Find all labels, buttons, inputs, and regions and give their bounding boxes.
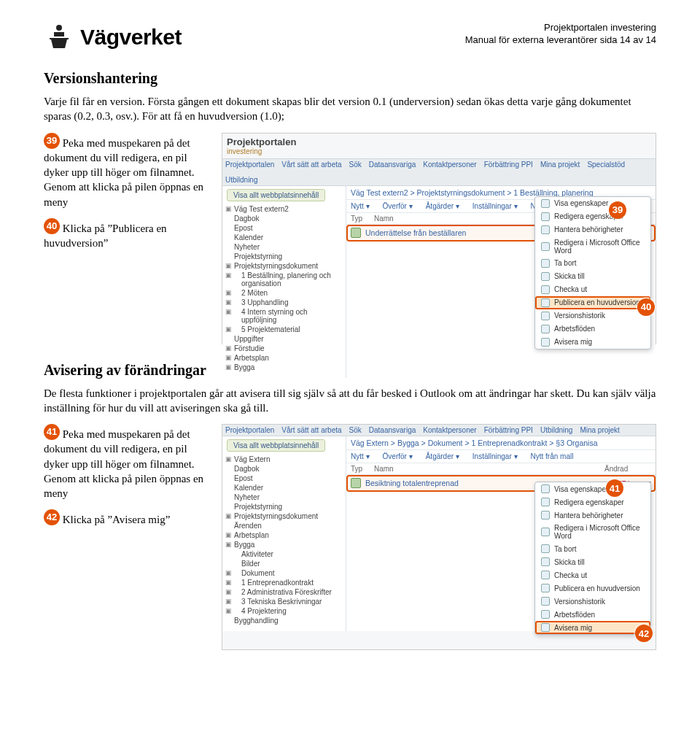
context-menu-item[interactable]: Skicka till: [535, 270, 650, 283]
nav-item[interactable]: Förbättring PPI: [484, 426, 533, 434]
context-menu-item[interactable]: Redigera i Microsoft Office Word: [535, 236, 650, 257]
nav-item[interactable]: Sök: [349, 426, 362, 434]
context-menu-item[interactable]: Hantera behörigheter: [535, 509, 650, 522]
context-item-icon: [541, 557, 550, 566]
context-menu-item[interactable]: Avisera mig: [535, 621, 650, 634]
portal-subtitle: investering: [222, 147, 656, 158]
tree-item[interactable]: Förstudie: [227, 344, 341, 353]
nav-item[interactable]: Vårt sätt att arbeta: [281, 426, 341, 434]
tree-item[interactable]: Projektstyrningsdokument: [227, 261, 341, 271]
context-menu-item[interactable]: Ta bort: [535, 257, 650, 270]
tree-item[interactable]: Arbetsplan: [227, 353, 341, 363]
context-item-icon: [541, 225, 550, 234]
instructions-col-2: 41 Peka med muspekaren på det dokument d…: [44, 424, 211, 536]
nav-item[interactable]: Projektportalen: [225, 161, 274, 169]
nav-item[interactable]: Nytt från mall: [531, 452, 574, 460]
tree-item[interactable]: Projektstyrningsdokument: [227, 511, 341, 521]
tree-item[interactable]: 1 Entreprenadkontrakt: [227, 578, 341, 587]
nav-item[interactable]: Dataansvariga: [369, 426, 416, 434]
nav-item[interactable]: Vårt sätt att arbeta: [281, 161, 341, 169]
portal-tabbar-a: ProjektportalenVårt sätt att arbetaSökDa…: [222, 158, 656, 186]
tree-item[interactable]: 4 Intern styrning och uppföljning: [227, 307, 341, 325]
screenshot-col-1: Projektportalen investering Projektporta…: [222, 133, 656, 344]
context-menu-item[interactable]: Avisera mig: [535, 336, 650, 349]
file-doc-icon: [351, 228, 361, 238]
nav-item[interactable]: Sök: [349, 161, 362, 169]
tree-item[interactable]: Bygga: [227, 363, 341, 372]
tree-item[interactable]: Projektstyrning: [227, 502, 341, 511]
nav-item[interactable]: Mina projekt: [540, 161, 580, 169]
tree-item[interactable]: Kalender: [227, 233, 341, 242]
tree-item[interactable]: Dagbok: [227, 214, 341, 223]
context-menu-item[interactable]: Checka ut: [535, 568, 650, 582]
tree-item[interactable]: Bygghandling: [227, 616, 341, 625]
nav-item[interactable]: Mina projekt: [580, 426, 619, 434]
context-menu-item[interactable]: Hantera behörigheter: [535, 223, 650, 236]
nav-item[interactable]: Kontaktpersoner: [423, 161, 476, 169]
tree-item[interactable]: Ärenden: [227, 521, 341, 530]
context-menu-item[interactable]: Redigera i Microsoft Office Word: [535, 522, 650, 542]
tree-item[interactable]: Projektstyrning: [227, 252, 341, 261]
tree-item[interactable]: 2 Möten: [227, 288, 341, 298]
nav-item[interactable]: Åtgärder ▾: [426, 452, 459, 460]
tree-item[interactable]: Nyheter: [227, 493, 341, 502]
section-intro-2: De flesta funktioner i projektportalen g…: [44, 386, 656, 416]
context-menu-item[interactable]: Publicera en huvudversion: [535, 582, 650, 595]
tree-item[interactable]: Dokument: [227, 568, 341, 578]
nav-item[interactable]: Specialstöd: [587, 161, 625, 169]
nav-item[interactable]: Överför ▾: [383, 452, 413, 460]
tree-item[interactable]: Bilder: [227, 559, 341, 568]
nav-item[interactable]: Åtgärder ▾: [426, 202, 459, 210]
context-menu-item[interactable]: Visa egenskaper: [535, 482, 650, 495]
tree-item[interactable]: Dagbok: [227, 464, 341, 474]
nav-item[interactable]: Dataansvariga: [369, 161, 416, 169]
tree-item[interactable]: 1 Beställning, planering och organisatio…: [227, 271, 341, 288]
context-item-icon: [541, 498, 550, 506]
context-item-label: Publicera en huvudversion: [554, 298, 640, 306]
context-menu-item[interactable]: Redigera egenskaper: [535, 210, 650, 223]
tree-item[interactable]: Kalender: [227, 483, 341, 493]
tree-item[interactable]: Arbetsplan: [227, 530, 341, 540]
tree-item[interactable]: Uppgifter: [227, 334, 341, 344]
tree-item[interactable]: 3 Tekniska Beskrivningar: [227, 597, 341, 606]
nav-item[interactable]: Överför ▾: [383, 202, 413, 210]
context-menu-item[interactable]: Visa egenskaper: [535, 197, 650, 210]
context-item-icon: [541, 272, 550, 281]
nav-item[interactable]: Inställningar ▾: [472, 452, 518, 460]
tree-item[interactable]: Väg Extern: [227, 455, 341, 464]
nav-item[interactable]: Nytt ▾: [351, 452, 370, 460]
nav-item[interactable]: Inställningar ▾: [472, 202, 518, 210]
tree-item[interactable]: 2 Administrativa Föreskrifter: [227, 587, 341, 597]
context-item-icon: [541, 571, 550, 579]
side-show-all-btn-b[interactable]: Visa allt webbplatsinnehåll: [227, 439, 325, 452]
tree-item[interactable]: Nyheter: [227, 242, 341, 252]
tree-item[interactable]: Väg Test extern2: [227, 204, 341, 214]
context-menu-item[interactable]: Ta bort: [535, 542, 650, 555]
tree-item[interactable]: Epost: [227, 474, 341, 483]
context-item-icon: [541, 312, 550, 320]
breadcrumb-b: Väg Extern > Bygga > Dokument > 1 Entrep…: [346, 436, 656, 450]
context-menu-item[interactable]: Checka ut: [535, 283, 650, 296]
nav-item[interactable]: Förbättring PPI: [484, 161, 533, 169]
tree-item[interactable]: Epost: [227, 223, 341, 233]
nav-item[interactable]: Kontaktpersoner: [423, 426, 476, 434]
nav-item[interactable]: Utbildning: [225, 176, 257, 184]
tree-item[interactable]: Aktiviteter: [227, 549, 341, 559]
side-show-all-btn[interactable]: Visa allt webbplatsinnehåll: [227, 189, 325, 201]
context-menu-item[interactable]: Publicera en huvudversion: [535, 296, 650, 309]
context-menu-item[interactable]: Arbetsflöden: [535, 608, 650, 621]
context-menu-item[interactable]: Arbetsflöden: [535, 323, 650, 336]
context-menu-item[interactable]: Versionshistorik: [535, 595, 650, 608]
context-item-icon: [541, 484, 550, 493]
nav-item[interactable]: Utbildning: [540, 426, 572, 434]
tree-item[interactable]: 3 Upphandling: [227, 298, 341, 307]
nav-item[interactable]: Nytt ▾: [351, 202, 370, 210]
tree-item[interactable]: Bygga: [227, 540, 341, 549]
context-menu-item[interactable]: Skicka till: [535, 555, 650, 568]
context-item-icon: [541, 597, 550, 606]
tree-item[interactable]: 4 Projektering: [227, 606, 341, 616]
context-menu-item[interactable]: Redigera egenskaper: [535, 495, 650, 509]
nav-item[interactable]: Projektportalen: [225, 426, 274, 434]
context-menu-item[interactable]: Versionshistorik: [535, 309, 650, 323]
tree-item[interactable]: 5 Projektematerial: [227, 325, 341, 334]
